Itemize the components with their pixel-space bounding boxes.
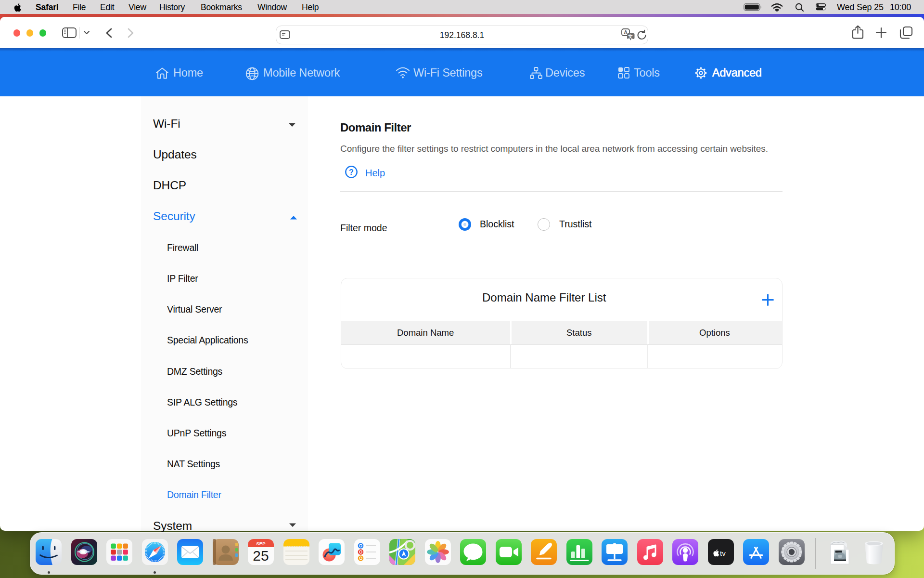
svg-text:tv: tv: [720, 549, 726, 557]
svg-text:SEP: SEP: [256, 541, 266, 546]
svg-text:25: 25: [253, 548, 269, 564]
svg-text:?: ?: [349, 168, 354, 176]
svg-text:文: 文: [628, 34, 633, 39]
svg-text:A: A: [624, 29, 628, 35]
